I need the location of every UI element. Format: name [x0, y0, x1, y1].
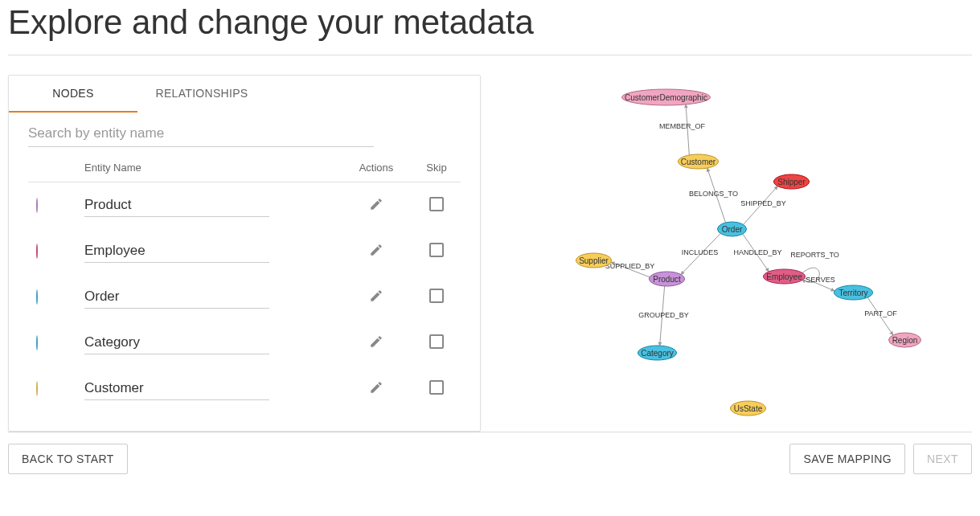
edge-label: SUPPLIED_BY: [605, 262, 655, 270]
entity-name-input[interactable]: [84, 240, 269, 263]
color-dot: [36, 198, 38, 213]
save-mapping-button[interactable]: SAVE MAPPING: [789, 444, 905, 474]
table-header: Entity Name Actions Skip: [28, 152, 461, 182]
next-button[interactable]: NEXT: [913, 444, 972, 474]
edge-label: GROUPED_BY: [638, 311, 689, 319]
entity-panel: NODES RELATIONSHIPS Entity Name Actions …: [8, 75, 481, 432]
edit-icon[interactable]: [369, 383, 383, 397]
graph-node-label: Region: [892, 336, 918, 345]
graph-node-label: Employee: [766, 272, 802, 281]
graph-node-label: Order: [722, 225, 743, 234]
edge-label: INCLUDES: [682, 248, 719, 256]
edge-label: MEMBER_OF: [659, 122, 706, 130]
color-dot: [36, 335, 38, 350]
edit-icon[interactable]: [369, 200, 383, 214]
graph-node-label: Territory: [839, 289, 867, 297]
color-dot: [36, 381, 38, 396]
skip-checkbox[interactable]: [429, 197, 444, 211]
entity-name-input[interactable]: [84, 285, 269, 309]
edit-icon[interactable]: [369, 292, 383, 305]
table-row: [28, 274, 461, 320]
entity-name-input[interactable]: [84, 377, 269, 400]
edge-label: REPORTS_TO: [790, 251, 839, 259]
tabs: NODES RELATIONSHIPS: [9, 76, 480, 113]
skip-checkbox[interactable]: [429, 334, 444, 349]
graph-node-label: Shipper: [777, 178, 806, 186]
edge-label: HANDLED_BY: [733, 248, 781, 256]
edge-label: SERVES: [806, 276, 834, 284]
graph-node-label: Category: [641, 349, 674, 358]
search-input[interactable]: [28, 121, 374, 147]
tab-nodes[interactable]: NODES: [9, 76, 137, 113]
edit-icon[interactable]: [369, 338, 383, 351]
table-row: [28, 228, 461, 274]
edge-label: BELONGS_TO: [689, 190, 738, 198]
table-row: [28, 366, 461, 412]
skip-checkbox[interactable]: [429, 243, 444, 257]
header-actions: Actions: [340, 162, 412, 174]
color-dot: [36, 244, 38, 259]
graph-node-label: Product: [653, 275, 681, 284]
graph-node-label: Customer: [681, 158, 716, 166]
tab-relationships[interactable]: RELATIONSHIPS: [137, 76, 266, 113]
table-row: [28, 320, 461, 366]
table-row: [28, 182, 461, 228]
edge-label: PART_OF: [864, 309, 897, 317]
graph-node-label: CustomerDemographic: [625, 93, 707, 102]
edit-icon[interactable]: [369, 246, 383, 260]
entity-name-input[interactable]: [84, 331, 269, 354]
graph-node-label: UsState: [734, 404, 763, 413]
color-dot: [36, 289, 38, 305]
entity-name-input[interactable]: [84, 194, 269, 217]
page-title: Explore and change your metadata: [8, 0, 972, 55]
skip-checkbox[interactable]: [429, 380, 444, 395]
edge-label: SHIPPED_BY: [740, 199, 786, 207]
header-entity-name: Entity Name: [84, 162, 340, 174]
graph-node-label: Supplier: [579, 256, 609, 265]
back-to-start-button[interactable]: BACK TO START: [8, 444, 128, 474]
graph-panel: MEMBER_OFBELONGS_TOSHIPPED_BYINCLUDESHAN…: [497, 75, 972, 432]
skip-checkbox[interactable]: [429, 289, 444, 303]
header-skip: Skip: [412, 162, 461, 174]
header-divider: [8, 55, 972, 55]
